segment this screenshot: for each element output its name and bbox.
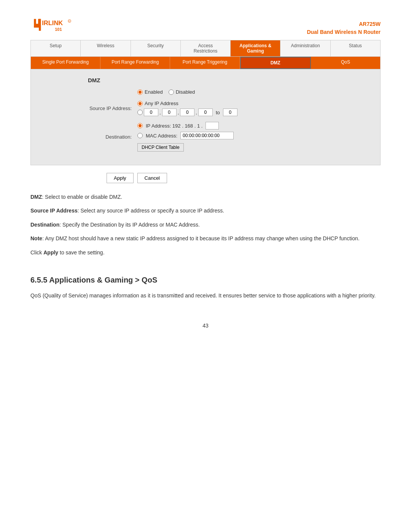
source-ip-row: Source IP Address: Any IP Address , , , …	[88, 101, 369, 116]
to-label: to	[216, 110, 220, 115]
source-ip-desc-rest: : Select any source IP address or specif…	[78, 208, 224, 214]
ip-sep-2: ,	[178, 110, 179, 115]
nav-port-trigger[interactable]: Port Range Triggering	[170, 57, 240, 69]
ip-field-2[interactable]	[162, 109, 177, 116]
ip-field-4[interactable]	[198, 109, 213, 116]
ip-sep-3: ,	[196, 110, 197, 115]
ip-address-label: IP Address: 192 . 168 . 1 .	[146, 123, 202, 129]
router-desc: Dual Band Wireless N Router	[307, 28, 381, 36]
router-model: AR725W	[307, 20, 381, 28]
mac-radio[interactable]	[137, 133, 143, 138]
apply-text-bold: Apply	[43, 249, 58, 256]
click-apply-desc: Click Apply to save the setting.	[30, 248, 381, 257]
source-ip-label: Source IP Address:	[88, 105, 137, 111]
section-desc: QoS (Quality of Service) manages informa…	[30, 291, 381, 300]
page-number: 43	[30, 323, 381, 329]
enabled-label: Enabled	[145, 89, 163, 95]
note-desc: Note: Any DMZ host should have a new sta…	[30, 234, 381, 243]
ip-field-1[interactable]	[144, 109, 158, 116]
nav-top: Setup Wireless Security AccessRestrictio…	[31, 40, 380, 57]
nav-administration[interactable]: Administration	[280, 40, 330, 56]
disabled-option[interactable]: Disabled	[169, 89, 195, 95]
dmz-desc-bold: DMZ	[30, 194, 42, 200]
destination-section: IP Address: 192 . 168 . 1 . MAC Address:…	[137, 122, 234, 152]
note-desc-rest: : Any DMZ host should have a new static …	[42, 235, 359, 241]
nav-applications-gaming[interactable]: Applications &Gaming	[231, 40, 280, 56]
destination-desc-bold: Destination	[30, 222, 59, 228]
mac-address-label: MAC Address:	[146, 133, 177, 139]
disabled-label: Disabled	[176, 89, 195, 95]
ip-address-row: IP Address: 192 . 168 . 1 .	[137, 122, 234, 129]
ip-addr-radio[interactable]	[137, 123, 143, 128]
dmz-desc: DMZ: Select to enable or disable DMZ.	[30, 193, 381, 201]
destination-desc-rest: : Specify the Destination by its IP Addr…	[59, 222, 200, 228]
ip-last-field[interactable]	[206, 122, 219, 129]
apply-button[interactable]: Apply	[107, 173, 134, 183]
ip-range-row: , , , to	[137, 109, 237, 116]
logo-container: IRLINK ® 101	[30, 15, 72, 36]
dhcp-client-table-button[interactable]: DHCP Client Table	[137, 143, 184, 152]
dmz-desc-rest: : Select to enable or disable DMZ.	[42, 194, 122, 200]
destination-label: Destination:	[88, 134, 137, 140]
note-desc-bold: Note	[30, 235, 42, 241]
mac-field[interactable]	[180, 132, 234, 139]
destination-row: Destination: IP Address: 192 . 168 . 1 .…	[88, 122, 369, 152]
dmz-enable-group: Enabled Disabled	[137, 89, 195, 95]
mac-address-row: MAC Address:	[137, 132, 234, 139]
source-ip-desc: Source IP Address: Select any source IP …	[30, 206, 381, 215]
nav-setup[interactable]: Setup	[31, 40, 81, 56]
ip-sep-1: ,	[159, 110, 161, 115]
specific-ip-radio[interactable]	[137, 110, 143, 115]
nav-qos[interactable]: QoS	[311, 57, 380, 69]
navigation-bar: Setup Wireless Security AccessRestrictio…	[30, 40, 381, 69]
source-ip-desc-bold: Source IP Address	[30, 208, 78, 214]
page-header: IRLINK ® 101 AR725W Dual Band Wireless N…	[30, 15, 381, 36]
dhcp-btn-row: DHCP Client Table	[137, 142, 234, 152]
airlink-logo: IRLINK ® 101	[30, 15, 72, 36]
ip-to-field[interactable]	[223, 109, 237, 116]
any-ip-radio[interactable]	[137, 101, 143, 106]
svg-rect-2	[39, 19, 41, 31]
dmz-enable-row: Enabled Disabled	[88, 89, 369, 95]
source-ip-section: Any IP Address , , , to	[137, 101, 237, 116]
ip-field-3[interactable]	[180, 109, 194, 116]
section-heading: 6.5.5 Applications & Gaming > QoS	[30, 276, 381, 284]
svg-text:IRLINK: IRLINK	[42, 19, 63, 26]
nav-status[interactable]: Status	[331, 40, 380, 56]
click-text: Click	[30, 249, 43, 256]
content-area: DMZ Enabled Disabled Source IP Address: …	[30, 69, 381, 165]
nav-dmz[interactable]: DMZ	[240, 57, 311, 69]
cancel-button[interactable]: Cancel	[137, 173, 167, 183]
router-info: AR725W Dual Band Wireless N Router	[307, 20, 381, 36]
enabled-radio[interactable]	[137, 89, 143, 95]
apply-desc-rest: to save the setting.	[58, 249, 104, 256]
nav-access-restrictions[interactable]: AccessRestrictions	[181, 40, 231, 56]
nav-port-range[interactable]: Port Range Forwarding	[100, 57, 170, 69]
any-ip-option[interactable]: Any IP Address	[137, 101, 237, 106]
descriptions: DMZ: Select to enable or disable DMZ. So…	[30, 193, 381, 257]
destination-desc: Destination: Specify the Destination by …	[30, 220, 381, 229]
nav-security[interactable]: Security	[131, 40, 181, 56]
nav-sub: Single Port Forwarding Port Range Forwar…	[31, 57, 380, 69]
disabled-radio[interactable]	[169, 89, 174, 95]
enabled-option[interactable]: Enabled	[137, 89, 163, 95]
any-ip-label: Any IP Address	[145, 101, 178, 106]
svg-text:101: 101	[55, 27, 62, 32]
button-row: Apply Cancel	[107, 173, 381, 183]
dmz-title: DMZ	[88, 77, 369, 83]
nav-wireless[interactable]: Wireless	[81, 40, 131, 56]
nav-single-port[interactable]: Single Port Forwarding	[31, 57, 100, 69]
